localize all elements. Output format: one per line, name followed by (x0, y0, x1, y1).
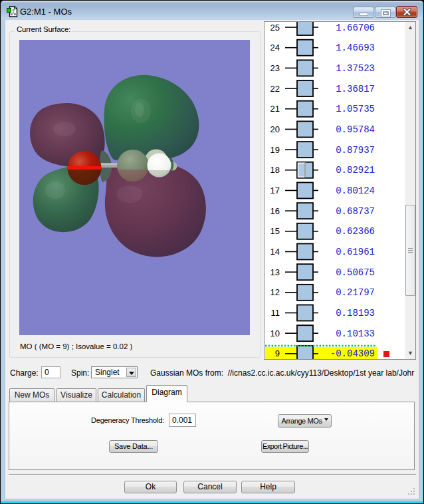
svg-text:0.82921: 0.82921 (336, 165, 375, 176)
svg-text:0.18193: 0.18193 (336, 308, 375, 318)
svg-text:18: 18 (270, 165, 280, 175)
svg-text:14: 14 (270, 247, 280, 257)
svg-text:11: 11 (271, 308, 280, 318)
svg-text:1.36817: 1.36817 (336, 84, 375, 94)
svg-text:10: 10 (270, 328, 280, 338)
svg-text:13: 13 (270, 267, 280, 277)
svg-text:-0.04309: -0.04309 (330, 348, 375, 359)
svg-text:1.46693: 1.46693 (336, 43, 375, 53)
svg-text:25: 25 (270, 23, 280, 33)
svg-text:20: 20 (270, 124, 280, 134)
svg-text:1.66706: 1.66706 (336, 23, 375, 33)
svg-text:24: 24 (270, 43, 280, 53)
svg-text:0.87937: 0.87937 (336, 145, 375, 156)
svg-text:0.80124: 0.80124 (336, 186, 375, 196)
svg-text:19: 19 (270, 145, 280, 155)
svg-text:0.21797: 0.21797 (336, 287, 375, 298)
svg-text:15: 15 (270, 226, 280, 236)
svg-text:23: 23 (270, 63, 280, 73)
svg-text:0.61961: 0.61961 (336, 247, 375, 257)
svg-text:0.50675: 0.50675 (336, 267, 375, 278)
svg-text:0.68737: 0.68737 (336, 206, 375, 217)
svg-text:1.05735: 1.05735 (336, 104, 375, 114)
svg-text:21: 21 (270, 104, 280, 114)
svg-text:0.95784: 0.95784 (336, 124, 375, 135)
svg-text:1.37523: 1.37523 (336, 63, 375, 74)
svg-text:0.62366: 0.62366 (336, 226, 375, 237)
svg-text:0.10133: 0.10133 (336, 328, 375, 339)
svg-text:12: 12 (270, 287, 280, 297)
svg-text:9: 9 (275, 348, 280, 358)
svg-text:22: 22 (270, 84, 280, 94)
svg-text:16: 16 (270, 206, 280, 216)
svg-text:17: 17 (270, 186, 280, 195)
